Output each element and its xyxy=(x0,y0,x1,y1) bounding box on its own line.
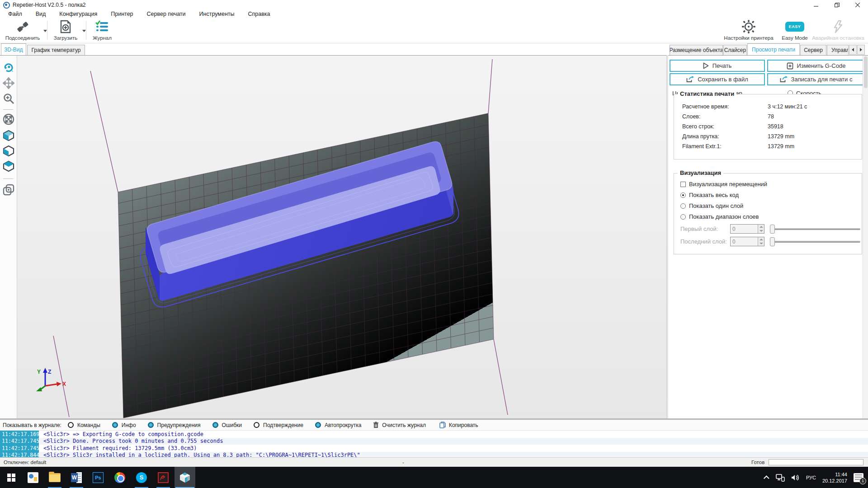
clock[interactable]: 11:44 20.12.2017 xyxy=(822,471,847,484)
taskbar-app-chrome[interactable] xyxy=(109,467,130,488)
layers-view-button[interactable] xyxy=(2,183,15,197)
taskbar-app-skype[interactable]: S xyxy=(131,467,152,488)
taskbar-app-word[interactable]: W xyxy=(66,467,87,488)
menu-view[interactable]: Вид xyxy=(36,11,46,17)
stat-filament: 13729 mm xyxy=(768,133,794,140)
photos-icon xyxy=(28,472,38,483)
load-dropdown-arrow[interactable] xyxy=(82,30,86,32)
folder-icon xyxy=(49,473,61,482)
toggle-errors[interactable]: Ошибки xyxy=(212,422,242,428)
chevron-right-icon xyxy=(860,48,862,52)
fit-view-button[interactable] xyxy=(2,113,15,126)
taskbar-app-acrobat[interactable] xyxy=(153,467,174,488)
tab-scroll-left[interactable] xyxy=(849,45,857,55)
printer-settings-button[interactable]: Настройки принтера xyxy=(722,19,776,41)
menu-tools[interactable]: Инструменты xyxy=(199,11,235,17)
toggle-autoscroll[interactable]: Автопрокрутка xyxy=(315,422,361,428)
axis-indicator: Y Z X xyxy=(36,368,66,391)
app-icon xyxy=(3,2,10,9)
language-indicator[interactable]: РУС xyxy=(806,475,816,480)
front-view-button[interactable] xyxy=(2,144,15,158)
spinner-arrows[interactable] xyxy=(758,225,764,233)
spinner-arrows[interactable] xyxy=(758,237,764,246)
title-bar: Repetier-Host V2.0.5 - полка2 xyxy=(0,0,868,10)
load-button[interactable]: Загрузить xyxy=(51,19,80,41)
last-layer-label: Последний слой: xyxy=(680,238,727,245)
stats-title: Статистика печати xyxy=(678,90,736,97)
toggle-warnings[interactable]: Предупреждения xyxy=(148,422,201,428)
toggle-commands[interactable]: Команды xyxy=(68,422,100,428)
print-button[interactable]: Печать xyxy=(670,60,765,72)
slider-thumb[interactable] xyxy=(770,225,775,234)
zoom-view-button[interactable] xyxy=(2,92,15,105)
isometric-view-button[interactable] xyxy=(2,129,15,142)
last-layer-slider[interactable] xyxy=(770,237,860,246)
start-button[interactable] xyxy=(1,467,22,488)
visualization-group: Визуализация Визуализация перемещений По… xyxy=(674,173,862,254)
tab-slicer[interactable]: Слайсер xyxy=(723,45,747,55)
rotate-view-button[interactable] xyxy=(2,61,15,75)
connect-dropdown-arrow[interactable] xyxy=(43,30,47,32)
gear-icon xyxy=(741,19,756,34)
journal-button[interactable]: Журнал xyxy=(90,19,115,41)
tray-time: 11:44 xyxy=(835,472,847,477)
taskbar-app-photos[interactable] xyxy=(23,467,43,488)
show-one-layer-radio[interactable]: Показать один слой xyxy=(680,202,743,209)
scrollbar-thumb[interactable] xyxy=(864,56,868,88)
radio-icon xyxy=(680,192,686,198)
tab-scroll-right[interactable] xyxy=(857,45,865,55)
menu-file[interactable]: Файл xyxy=(8,11,22,17)
tab-temp-graph[interactable]: График температур xyxy=(27,45,85,55)
easy-mode-button[interactable]: EASY Easy Mode xyxy=(780,19,809,41)
tab-print-preview[interactable]: Просмотр печати xyxy=(747,43,800,55)
save-for-sd-button[interactable]: Записать для печати с xyxy=(767,73,865,85)
taskbar-app-repetier[interactable] xyxy=(175,467,195,488)
show-all-radio[interactable]: Показать весь код xyxy=(680,192,739,198)
clear-log-button[interactable]: Очистить журнал xyxy=(373,422,426,428)
slider-thumb[interactable] xyxy=(770,237,775,246)
menu-config[interactable]: Конфигурация xyxy=(59,11,97,17)
viewport-3d[interactable]: Y Z X xyxy=(17,55,666,418)
last-layer-spinner[interactable]: 0 xyxy=(730,237,764,246)
save-to-file-button[interactable]: Сохранить в файл xyxy=(670,73,765,85)
cube-top-icon xyxy=(3,160,14,172)
menu-help[interactable]: Справка xyxy=(248,11,270,17)
restore-button[interactable] xyxy=(826,0,847,10)
tab-object-placement[interactable]: Размещение объекта xyxy=(670,45,723,55)
ready-status: Готов xyxy=(751,460,764,465)
toggle-info[interactable]: Инфо xyxy=(112,422,136,428)
tab-control[interactable]: Управление xyxy=(827,45,849,55)
move-view-button[interactable] xyxy=(2,76,15,90)
close-button[interactable] xyxy=(847,0,868,10)
log-section: Показывать в журнале: Команды Инфо Преду… xyxy=(0,418,868,457)
z-axis-label: Z xyxy=(48,369,51,375)
panel-scrollbar[interactable] xyxy=(863,56,868,419)
edit-gcode-button[interactable]: Изменить G-Code xyxy=(767,60,865,72)
system-tray: РУС 11:44 20.12.2017 1 xyxy=(765,467,868,488)
travel-moves-checkbox[interactable]: Визуализация перемещений xyxy=(680,181,767,188)
taskbar-app-explorer[interactable] xyxy=(44,467,65,488)
log-list: 11:42:17.169<Slic3r> => Exporting G-code… xyxy=(0,431,868,459)
connect-button[interactable]: Подсоединить xyxy=(3,19,42,41)
rotate-icon xyxy=(3,62,14,74)
progress-bar xyxy=(769,459,863,465)
minimize-button[interactable] xyxy=(806,0,826,10)
network-icon[interactable] xyxy=(776,474,785,482)
menu-print-server[interactable]: Сервер печати xyxy=(147,11,186,17)
show-range-radio[interactable]: Показать диапазон слоев xyxy=(680,213,759,220)
copy-log-button[interactable]: Копировать xyxy=(439,422,478,428)
tab-3d-view[interactable]: 3D-Вид xyxy=(1,43,26,55)
top-view-button[interactable] xyxy=(2,160,15,173)
tab-server[interactable]: Сервер xyxy=(800,45,826,55)
notification-center-icon[interactable]: 1 xyxy=(854,473,863,482)
tray-expand-icon[interactable] xyxy=(764,475,769,481)
toggle-ack[interactable]: Подтверждение xyxy=(254,422,303,428)
first-layer-spinner[interactable]: 0 xyxy=(730,224,764,234)
menu-printer[interactable]: Принтер xyxy=(111,11,133,17)
first-layer-slider[interactable] xyxy=(770,225,860,234)
acrobat-icon xyxy=(158,472,169,483)
toggle-icon xyxy=(148,422,154,428)
tab-band: 3D-Вид График температур Размещение объе… xyxy=(0,43,868,55)
taskbar-app-photoshop[interactable]: Ps xyxy=(88,467,108,488)
speaker-icon[interactable] xyxy=(791,474,800,481)
